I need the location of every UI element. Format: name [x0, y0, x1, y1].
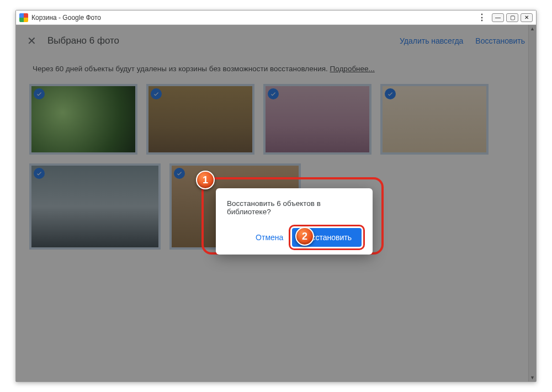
- minimize-button[interactable]: —: [492, 13, 504, 22]
- titlebar: Корзина - Google Фото ⋮ — ▢ ✕: [16, 10, 536, 25]
- window-title: Корзина - Google Фото: [31, 14, 476, 22]
- app-body: ✕ Выбрано 6 фото Удалить навсегда Восста…: [16, 25, 536, 382]
- maximize-button[interactable]: ▢: [506, 13, 518, 22]
- dialog-actions: Отмена Восстановить: [227, 228, 362, 247]
- cancel-button[interactable]: Отмена: [251, 230, 288, 245]
- more-menu-icon[interactable]: ⋮: [476, 12, 487, 23]
- app-icon: [19, 13, 28, 22]
- step-badge-2: 2: [295, 227, 314, 246]
- window-close-button[interactable]: ✕: [521, 13, 533, 22]
- restore-dialog: Восстановить 6 объектов в библиотеке? От…: [216, 188, 373, 255]
- step-badge-1: 1: [196, 171, 215, 189]
- dialog-message: Восстановить 6 объектов в библиотеке?: [227, 199, 362, 216]
- app-window: Корзина - Google Фото ⋮ — ▢ ✕ ✕ Выбрано …: [15, 10, 537, 382]
- window-controls: — ▢ ✕: [492, 13, 533, 22]
